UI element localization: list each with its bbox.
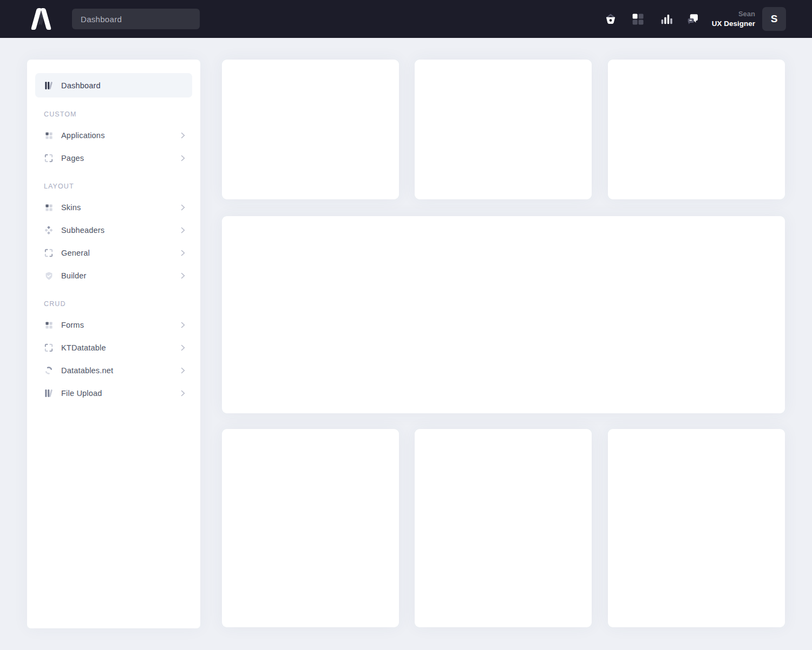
user-menu[interactable]: Sean UX Designer S xyxy=(712,7,786,31)
card-bottom-3 xyxy=(608,429,785,627)
sidebar-item-label: Datatables.net xyxy=(61,366,113,375)
sidebar-item-builder[interactable]: Builder xyxy=(35,264,192,287)
sidebar-section-crud: CRUD xyxy=(27,298,200,309)
app-logo[interactable] xyxy=(27,7,55,31)
card-top-1 xyxy=(222,60,399,199)
grid-icon xyxy=(44,320,54,330)
bar-chart-button[interactable] xyxy=(656,8,678,30)
sidebar-item-applications[interactable]: Applications xyxy=(35,124,192,147)
chat-button[interactable] xyxy=(682,8,704,30)
sidebar-item-label: Pages xyxy=(61,154,84,162)
chevron-right-icon xyxy=(181,390,185,396)
chevron-right-icon xyxy=(181,272,185,279)
chevron-right-icon xyxy=(181,132,185,139)
chevron-right-icon xyxy=(181,250,185,256)
metronic-m-logo-icon xyxy=(27,7,55,31)
chevron-right-icon xyxy=(181,227,185,233)
chat-icon xyxy=(686,12,700,26)
chevron-right-icon xyxy=(181,344,185,351)
sidebar-item-label: Forms xyxy=(61,321,84,329)
sidebar-item-skins[interactable]: Skins xyxy=(35,196,192,219)
header: Dashboard xyxy=(0,0,812,38)
sidebar-item-label: Applications xyxy=(61,131,105,140)
basket-button[interactable] xyxy=(600,8,621,30)
sidebar-section-layout: LAYOUT xyxy=(27,181,200,192)
grid-icon xyxy=(631,12,645,26)
chevron-right-icon xyxy=(181,367,185,374)
grid-icon xyxy=(44,203,54,212)
card-middle-wide xyxy=(222,216,785,413)
shield-check-icon xyxy=(44,271,54,281)
sidebar-item-ktdatatable[interactable]: KTDatatable xyxy=(35,336,192,359)
sidebar-item-forms[interactable]: Forms xyxy=(35,314,192,336)
sidebar-item-label: Skins xyxy=(61,203,81,212)
bar-chart-icon xyxy=(660,12,674,26)
sidebar-item-file-upload[interactable]: File Upload xyxy=(35,382,192,405)
frame-icon xyxy=(44,343,54,353)
sidebar-section-custom: CUSTOM xyxy=(27,109,200,120)
bookshelf-icon xyxy=(44,81,54,90)
user-role: UX Designer xyxy=(712,19,755,29)
user-text: Sean UX Designer xyxy=(712,9,755,29)
grid-icon xyxy=(44,131,54,140)
chevron-right-icon xyxy=(181,204,185,211)
card-bottom-1 xyxy=(222,429,399,627)
card-top-3 xyxy=(608,60,785,199)
sidebar-item-label: KTDatatable xyxy=(61,343,106,352)
grid-button[interactable] xyxy=(627,8,649,30)
sidebar: Dashboard CUSTOM Applications xyxy=(27,60,200,628)
header-menu-dashboard[interactable]: Dashboard xyxy=(72,9,200,29)
card-top-2 xyxy=(415,60,592,199)
chevron-right-icon xyxy=(181,322,185,328)
frame-icon xyxy=(44,153,54,163)
diamond-dots-icon xyxy=(44,225,54,235)
sidebar-item-datatables-net[interactable]: Datatables.net xyxy=(35,359,192,382)
chevron-right-icon xyxy=(181,155,185,161)
sidebar-item-general[interactable]: General xyxy=(35,242,192,264)
frame-icon xyxy=(44,248,54,258)
avatar[interactable]: S xyxy=(762,7,786,31)
sidebar-item-label: File Upload xyxy=(61,389,102,398)
sidebar-item-subheaders[interactable]: Subheaders xyxy=(35,219,192,242)
user-name: Sean xyxy=(712,9,755,19)
spiral-icon xyxy=(44,366,54,375)
sidebar-item-pages[interactable]: Pages xyxy=(35,147,192,170)
card-bottom-2 xyxy=(415,429,592,627)
sidebar-item-dashboard[interactable]: Dashboard xyxy=(35,73,192,98)
sidebar-item-label: Subheaders xyxy=(61,226,104,235)
bookshelf-icon xyxy=(44,388,54,398)
sidebar-item-label: Builder xyxy=(61,271,87,280)
basket-icon xyxy=(604,12,618,26)
sidebar-item-label: General xyxy=(61,249,90,257)
sidebar-item-label: Dashboard xyxy=(61,81,101,90)
